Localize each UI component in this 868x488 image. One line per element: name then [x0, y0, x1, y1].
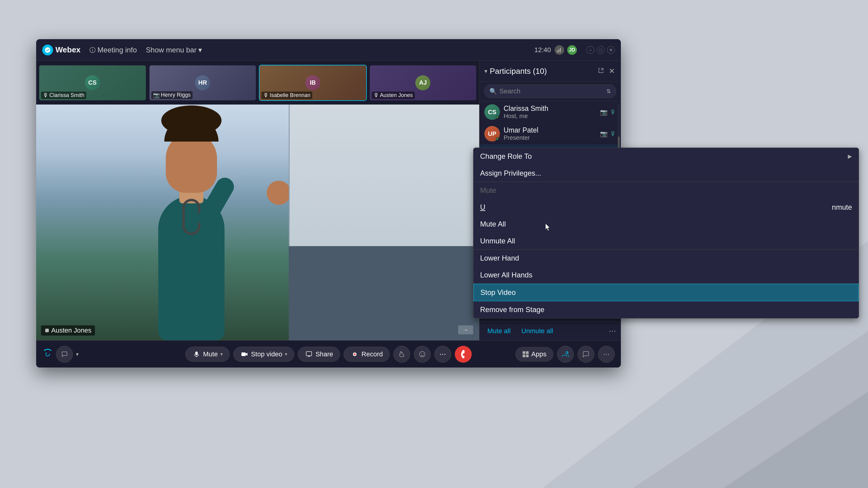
- video-background: [36, 104, 479, 340]
- show-menu-button[interactable]: Show menu bar ▾: [143, 44, 205, 56]
- mute-label: Mute: [203, 350, 218, 358]
- maximize-button[interactable]: □: [597, 46, 604, 54]
- participant-item-0[interactable]: CS Clarissa Smith Host, me 📷 🎙: [479, 101, 621, 123]
- svg-rect-7: [560, 48, 561, 53]
- ctx-lower-all-hands[interactable]: Lower All Hands: [473, 267, 859, 284]
- app-name: Webex: [56, 45, 81, 55]
- svg-rect-5: [557, 50, 558, 53]
- chat-chevron[interactable]: ▾: [76, 351, 79, 358]
- thumb-avatar-1: HR: [195, 75, 210, 90]
- participants-title: Participants (10): [490, 67, 547, 76]
- svg-rect-23: [526, 351, 529, 354]
- svg-point-18: [354, 353, 355, 355]
- chat-button[interactable]: [56, 346, 73, 363]
- svg-rect-14: [195, 352, 198, 355]
- thumbnail-1[interactable]: HR 📷 Henry Riggs: [149, 65, 257, 101]
- thumb-label-1: 📷 Henry Riggs: [151, 91, 193, 99]
- participant-item-1[interactable]: UP Umar Patel Presenter 📷 🎙: [479, 123, 621, 144]
- mic-icon-1: 🎙: [610, 130, 616, 137]
- nav-arrow[interactable]: →: [458, 325, 473, 334]
- end-call-button[interactable]: [455, 346, 472, 363]
- panel-popout-button[interactable]: [597, 66, 605, 76]
- panel-header: ▾ Participants (10) ✕: [479, 61, 621, 82]
- search-bar: 🔍 ⇅: [479, 82, 621, 101]
- ctx-mute-all[interactable]: Mute All: [473, 216, 859, 233]
- ctx-stop-video[interactable]: Stop Video: [473, 284, 859, 301]
- main-video-label: Austen Jones: [41, 325, 95, 335]
- bottom-toolbar: ▾ Mute ▾ Stop video ▾ Sha: [36, 340, 621, 367]
- ctx-stop-video-label: Stop Video: [480, 288, 516, 297]
- more-button[interactable]: ⋯: [434, 346, 451, 363]
- close-button[interactable]: ✕: [607, 46, 615, 54]
- search-input-wrap: 🔍 ⇅: [484, 85, 616, 98]
- collapse-icon[interactable]: ▾: [484, 67, 487, 75]
- mic-button-icon: [192, 350, 201, 358]
- toolbar-more-icon: ⋯: [603, 350, 610, 358]
- sort-icon[interactable]: ⇅: [607, 88, 611, 95]
- footer-more-button[interactable]: ⋯: [609, 327, 616, 335]
- svg-point-20: [421, 353, 422, 354]
- more-icon: ⋯: [439, 350, 446, 358]
- svg-rect-12: [45, 329, 49, 332]
- title-bar-icons: JD: [555, 45, 577, 55]
- chat-panel-button[interactable]: [578, 346, 594, 363]
- ctx-assign-privileges[interactable]: Assign Privileges...: [473, 165, 859, 182]
- video-icon-0: 📷: [600, 108, 608, 116]
- ctx-unmute-all[interactable]: Unmute All: [473, 233, 859, 250]
- ctx-unmute-all-label: Unmute All: [480, 237, 515, 245]
- mute-all-button[interactable]: Mute all: [484, 325, 514, 337]
- panel-actions: ✕: [597, 66, 616, 76]
- toolbar-more-button[interactable]: ⋯: [598, 346, 615, 363]
- main-video-person-name: Austen Jones: [51, 327, 91, 334]
- participant-controls-0: 📷 🎙: [600, 108, 616, 116]
- stop-video-label: Stop video: [251, 350, 282, 358]
- share-icon: [305, 350, 313, 358]
- record-icon: [350, 350, 359, 358]
- svg-point-13: [46, 352, 50, 356]
- meeting-info-button[interactable]: i Meeting info: [87, 44, 140, 56]
- share-button[interactable]: Share: [298, 347, 340, 362]
- search-input[interactable]: [499, 87, 604, 95]
- participants-panel-button[interactable]: [557, 346, 574, 363]
- svg-rect-24: [523, 355, 525, 357]
- unmute-all-button[interactable]: Unmute all: [518, 325, 556, 337]
- ctx-lower-hand[interactable]: Lower Hand: [473, 250, 859, 267]
- ctx-unmute-label: U: [480, 203, 485, 212]
- video-chevron[interactable]: ▾: [285, 351, 287, 357]
- thumbnail-2[interactable]: IB 🎙 Isabelle Brennan: [259, 65, 367, 101]
- record-button[interactable]: Record: [344, 347, 390, 362]
- svg-marker-2: [723, 392, 868, 488]
- meeting-info-label: Meeting info: [97, 46, 137, 54]
- thumb-label-2: 🎙 Isabelle Brennan: [261, 92, 312, 99]
- activity-icon: [42, 349, 53, 360]
- app-logo: Webex: [42, 44, 81, 56]
- reactions-button[interactable]: [414, 346, 431, 363]
- apps-button[interactable]: Apps: [516, 347, 553, 361]
- thumbnail-3[interactable]: AJ 🎙 Austen Jones: [369, 65, 477, 101]
- mute-chevron[interactable]: ▾: [220, 351, 223, 357]
- panel-footer: Mute all Unmute all ⋯: [479, 321, 621, 340]
- ctx-lower-hand-label: Lower Hand: [480, 254, 519, 262]
- thumbnail-0[interactable]: CS 🎙 Clarissa Smith: [38, 65, 147, 101]
- stop-video-button[interactable]: Stop video ▾: [233, 347, 294, 362]
- participant-name-1: Umar Patel: [504, 126, 596, 134]
- participant-controls-1: 📷 🎙: [600, 130, 616, 137]
- ctx-change-role[interactable]: Change Role To ▶: [473, 148, 859, 165]
- ctx-unmute[interactable]: Unmute: [473, 199, 859, 216]
- participant-role-1: Presenter: [504, 134, 596, 141]
- signal-icon: [555, 45, 564, 55]
- mute-button[interactable]: Mute ▾: [185, 347, 230, 362]
- minimize-button[interactable]: −: [587, 46, 594, 54]
- thumb-avatar-3: AJ: [415, 75, 430, 90]
- panel-close-button[interactable]: ✕: [608, 66, 616, 76]
- share-label: Share: [315, 350, 333, 358]
- ctx-mute-label: Mute: [480, 186, 496, 195]
- raise-hand-button[interactable]: [393, 346, 410, 363]
- ctx-remove-from-stage[interactable]: Remove from Stage: [473, 301, 859, 318]
- ctx-unmute-label-rest: nmute: [832, 203, 852, 212]
- toolbar-right: Apps ⋯: [516, 346, 615, 363]
- participant-info-1: Umar Patel Presenter: [504, 126, 596, 141]
- ctx-mute: Mute: [473, 182, 859, 199]
- title-bar-right: 12:40 JD − □ ✕: [534, 45, 615, 55]
- context-menu: Change Role To ▶ Assign Privileges... Mu…: [473, 148, 859, 318]
